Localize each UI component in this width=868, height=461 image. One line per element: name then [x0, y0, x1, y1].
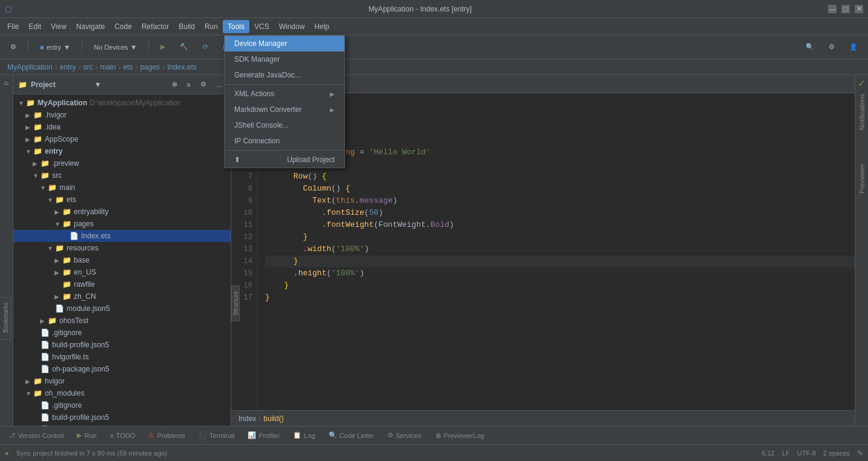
dropdown-sdk-manager[interactable]: SDK Manager: [225, 51, 344, 67]
tree-entry[interactable]: ▼ 📁 entry: [13, 145, 231, 157]
maximize-button[interactable]: □: [841, 5, 850, 13]
tree-ohostest[interactable]: ▶ 📁 ohosTest: [13, 315, 231, 327]
tab-previewer-log[interactable]: 🖥 PreviewerLog: [429, 430, 490, 442]
tab-problems[interactable]: ⚠ Problems: [142, 429, 191, 442]
no-devices-dropdown[interactable]: No Devices ▼: [88, 41, 142, 53]
project-panel: 📁 Project ▼ ⊕ ≡ ⚙ … ▼ 📁 MyApplication D:…: [13, 75, 231, 426]
tree-hvigor2[interactable]: ▶ 📁 hvigor: [13, 375, 231, 387]
tab-version-control[interactable]: ⎇ Version Control: [2, 430, 70, 442]
menu-refactor[interactable]: Refactor: [137, 20, 174, 33]
settings2-button[interactable]: ⚙: [823, 41, 840, 53]
tree-modulejson[interactable]: 📄 module.json5: [13, 302, 231, 315]
tree-oh-modules[interactable]: ▼ 📁 oh_modules: [13, 387, 231, 399]
dropdown-markdown-converter[interactable]: Markdown Converter ▶: [225, 102, 344, 117]
sync-button[interactable]: ⟳: [197, 41, 214, 53]
tree-zh-cn[interactable]: ▶ 📁 zh_CN: [13, 290, 231, 302]
dropdown-upload-project[interactable]: ⬆ Upload Project: [225, 152, 344, 168]
tree-indexets[interactable]: 📄 Index.ets: [13, 230, 231, 242]
toolbar: ⚙ ■ entry ▼ No Devices ▼ ▶ 🔨 ⟳ ◼ 🔍 ⚙ 👤: [0, 35, 868, 59]
code-line-1: [265, 98, 868, 110]
breadcrumb-pages[interactable]: pages: [140, 63, 160, 71]
tree-base[interactable]: ▶ 📁 base: [13, 254, 231, 266]
tab-terminal[interactable]: ⬛ Terminal: [192, 429, 241, 442]
run-config-dropdown[interactable]: ■ entry ▼: [35, 41, 76, 53]
close-button[interactable]: ✕: [855, 5, 863, 13]
dropdown-generate-javadoc[interactable]: Generate JavaDoc...: [225, 67, 344, 83]
en-us-label: en_US: [74, 268, 96, 276]
breadcrumb-indexets[interactable]: Index.ets: [167, 63, 197, 71]
tree-hvigor[interactable]: ▶ 📁 .hvigor: [13, 109, 231, 121]
project-locate-button[interactable]: ⊕: [169, 79, 180, 90]
menu-window[interactable]: Window: [274, 20, 310, 33]
tab-code-linter[interactable]: 🔍 Code Linter: [323, 429, 380, 442]
menu-file[interactable]: File: [2, 20, 24, 33]
search-everywhere-button[interactable]: 🔍: [800, 41, 820, 53]
tree-main[interactable]: ▼ 📁 main: [13, 181, 231, 194]
breadcrumb-src[interactable]: src: [83, 63, 93, 71]
dropdown-sep-1: [225, 84, 344, 85]
status-position[interactable]: 6:12: [762, 450, 775, 457]
tree-ets[interactable]: ▼ 📁 ets: [13, 194, 231, 206]
menu-run[interactable]: Run: [200, 20, 223, 33]
tree-ohpackage[interactable]: 📄 oh-package.json5: [13, 363, 231, 375]
hvigorfile-icon: 📄: [40, 352, 50, 362]
tree-root[interactable]: ▼ 📁 MyApplication D:\workspace\MyApplica…: [13, 97, 231, 109]
breadcrumb-main[interactable]: main: [100, 63, 116, 71]
modulejson-label: module.json5: [67, 304, 110, 313]
tab-todo[interactable]: ≡ TODO: [104, 430, 141, 442]
menu-tools[interactable]: Tools: [223, 20, 249, 33]
project-collapse-button[interactable]: ≡: [184, 80, 194, 90]
tab-services[interactable]: ⚙ Services: [381, 429, 427, 442]
dropdown-device-manager[interactable]: Device Manager: [225, 36, 344, 51]
tree-src[interactable]: ▼ 📁 src: [13, 169, 231, 181]
tree-appscope[interactable]: ▶ 📁 AppScope: [13, 133, 231, 145]
tab-profiler[interactable]: 📊 Profiler: [242, 429, 286, 442]
tree-gitignore2[interactable]: 📄 .gitignore: [13, 399, 231, 411]
tree-en-us[interactable]: ▶ 📁 en_US: [13, 266, 231, 278]
tree-buildprofile[interactable]: 📄 build-profile.json5: [13, 339, 231, 351]
menu-view[interactable]: View: [46, 20, 71, 33]
tree-preview[interactable]: ▶ 📁 .preview: [13, 157, 231, 169]
menu-vcs[interactable]: VCS: [249, 20, 274, 33]
tree-gitignore[interactable]: 📄 .gitignore: [13, 327, 231, 339]
dropdown-ip-connection[interactable]: IP Connection: [225, 133, 344, 149]
project-settings-button[interactable]: ⚙: [197, 79, 209, 90]
breadcrumb-myapp[interactable]: MyApplication: [7, 63, 53, 71]
menu-edit[interactable]: Edit: [24, 20, 46, 33]
notifications-label[interactable]: Notifications: [856, 89, 868, 135]
previewer-label[interactable]: Previewer: [856, 159, 868, 198]
project-vertical-tab[interactable]: P: [0, 75, 13, 91]
status-encoding[interactable]: UTF-8: [797, 450, 816, 457]
dropdown-xml-actions[interactable]: XML Actions ▶: [225, 86, 344, 102]
build-button[interactable]: 🔨: [174, 41, 194, 53]
editor-breadcrumb-index[interactable]: Index: [238, 414, 256, 423]
status-line-ending[interactable]: LF: [782, 450, 790, 457]
menu-help[interactable]: Help: [309, 20, 334, 33]
tree-buildprofile2[interactable]: 📄 build-profile.json5: [13, 411, 231, 423]
minimize-button[interactable]: —: [828, 5, 837, 13]
tree-idea[interactable]: ▶ 📁 .idea: [13, 121, 231, 133]
breadcrumb-ets[interactable]: ets: [123, 63, 133, 71]
tab-run[interactable]: ▶ Run: [71, 429, 102, 442]
editor-breadcrumb-build[interactable]: build(): [263, 414, 283, 423]
run-button[interactable]: ▶: [155, 41, 171, 53]
tree-entryability[interactable]: ▶ 📁 entryability: [13, 206, 231, 218]
account-button[interactable]: 👤: [844, 41, 863, 53]
sdk-manager-label: SDK Manager: [234, 55, 280, 64]
settings-button[interactable]: ⚙: [5, 41, 22, 53]
status-indent[interactable]: 2 spaces: [823, 450, 850, 457]
structure-label[interactable]: Structure: [230, 286, 242, 321]
tree-pages[interactable]: ▼ 📁 pages: [13, 218, 231, 230]
dropdown-jshell-console[interactable]: JShell Console...: [225, 117, 344, 133]
tab-log[interactable]: 📋 Log: [287, 429, 321, 442]
breadcrumb-entry[interactable]: entry: [60, 63, 76, 71]
main-icon: 📁: [47, 183, 57, 192]
code-content[interactable]: { message: string = 'Hello World' build(…: [258, 93, 868, 410]
tree-hvigorfile[interactable]: 📄 hvigorfile.ts: [13, 351, 231, 363]
menu-code[interactable]: Code: [110, 20, 137, 33]
tree-resources[interactable]: ▼ 📁 resources: [13, 242, 231, 254]
menu-build[interactable]: Build: [174, 20, 200, 33]
menu-navigate[interactable]: Navigate: [71, 20, 110, 33]
bookmarks-label[interactable]: Bookmarks: [0, 298, 12, 338]
tree-rawfile[interactable]: 📁 rawfile: [13, 278, 231, 290]
